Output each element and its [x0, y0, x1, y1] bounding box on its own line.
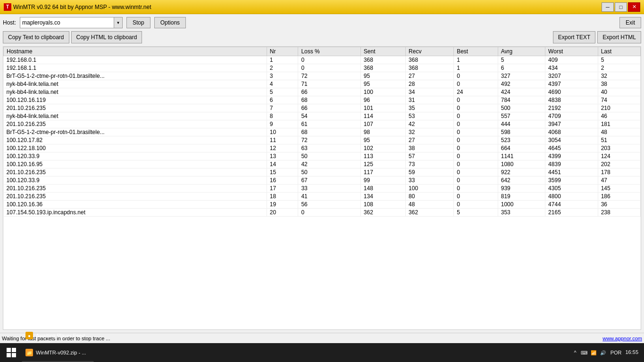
status-link[interactable]: www.appnor.com	[602, 336, 642, 341]
table-cell-2-0: BrT-G5-1-2-ctme-pr-rotn-01.brasiltele...	[4, 72, 267, 80]
table-cell-12-4: 57	[406, 152, 454, 160]
traceroute-table: HostnameNrLoss %SentRecvBestAvrgWorstLas…	[3, 47, 641, 217]
volume-tray-icon[interactable]: 🔊	[599, 349, 607, 356]
table-cell-8-0: 201.10.216.235	[4, 120, 267, 128]
table-cell-4-2: 66	[298, 88, 360, 96]
copy-html-button[interactable]: Copy HTML to clipboard	[71, 31, 142, 43]
table-row[interactable]: BrT-G5-1-2-ctme-pr-rotn-01.brasiltele...…	[4, 128, 641, 136]
taskbar-clock[interactable]: 16:55	[625, 349, 638, 356]
table-cell-0-5: 1	[454, 56, 498, 64]
table-row[interactable]: 192.168.0.110368368154095	[4, 56, 641, 64]
taskbar-tray: ⌨ 📶 🔊	[580, 349, 607, 356]
table-cell-18-2: 56	[298, 201, 360, 209]
table-cell-18-6: 1000	[498, 201, 545, 209]
chrome-app-label: Awaiting Player Feed...	[36, 333, 89, 338]
table-cell-14-3: 117	[360, 168, 405, 177]
table-row[interactable]: 201.10.216.23518411348008194800186	[4, 193, 641, 201]
table-cell-15-6: 642	[498, 177, 545, 185]
table-row[interactable]: 192.168.1.120368368164342	[4, 64, 641, 72]
table-cell-11-4: 38	[406, 144, 454, 152]
table-cell-15-2: 67	[298, 177, 360, 185]
table-row[interactable]: nyk-bb4-link.telia.net854114530557470946	[4, 112, 641, 120]
export-html-button[interactable]: Export HTML	[597, 31, 641, 43]
header-row: HostnameNrLoss %SentRecvBestAvrgWorstLas…	[4, 47, 641, 56]
network-tray-icon[interactable]: 📶	[590, 349, 597, 356]
table-row[interactable]: 100.120.33.9166799330642359947	[4, 177, 641, 185]
close-button[interactable]: ✕	[628, 2, 640, 12]
exit-button[interactable]: Exit	[619, 17, 641, 28]
col-header-sent: Sent	[360, 47, 405, 56]
table-row[interactable]: 107.154.50.193.ip.incapdns.net2003623625…	[4, 209, 641, 217]
winmtr-zip-app[interactable]: 📁WinMTR-v092.zip - ...	[22, 344, 94, 361]
start-button[interactable]	[2, 344, 21, 361]
table-cell-11-6: 664	[498, 144, 545, 152]
table-row[interactable]: 100.120.33.9135011357011414399124	[4, 152, 641, 160]
keyboard-tray-icon[interactable]: ⌨	[580, 349, 588, 356]
table-header: HostnameNrLoss %SentRecvBestAvrgWorstLas…	[4, 47, 641, 56]
table-cell-14-4: 59	[406, 168, 454, 177]
restore-button[interactable]: □	[615, 2, 627, 12]
table-cell-17-7: 4800	[545, 193, 598, 201]
col-header-nr: Nr	[267, 47, 298, 56]
taskbar-apps: ●Awaiting Player Feed...📁WinMTR-v092.zip…	[22, 327, 94, 362]
host-input[interactable]	[20, 17, 114, 28]
table-cell-3-2: 71	[298, 80, 360, 88]
table-cell-13-5: 0	[454, 160, 498, 168]
table-cell-11-3: 102	[360, 144, 405, 152]
table-row[interactable]: 100.122.18.10012631023806644645203	[4, 144, 641, 152]
col-header-recv: Recv	[406, 47, 454, 56]
export-text-button[interactable]: Export TEXT	[553, 31, 595, 43]
table-row[interactable]: 100.120.16.3619561084801000474436	[4, 201, 641, 209]
table-row[interactable]: nyk-bb4-link.telia.net566100342442446904…	[4, 88, 641, 96]
table-cell-14-0: 201.10.216.235	[4, 168, 267, 177]
table-cell-19-3: 362	[360, 209, 405, 217]
table-cell-12-6: 1141	[498, 152, 545, 160]
start-icon	[7, 348, 16, 357]
table-row[interactable]: 100.120.16.11966896310784483874	[4, 96, 641, 104]
table-cell-2-5: 0	[454, 72, 498, 80]
table-row[interactable]: 201.10.216.2357661013505002192210	[4, 104, 641, 112]
table-row[interactable]: 201.10.216.23515501175909224451178	[4, 168, 641, 177]
table-cell-14-6: 922	[498, 168, 545, 177]
table-row[interactable]: 201.10.216.2359611074204443947181	[4, 120, 641, 128]
options-button[interactable]: Options	[154, 17, 186, 28]
table-row[interactable]: 201.10.216.235173314810009394305145	[4, 185, 641, 193]
main-content: Host: ▼ Stop Options Exit Copy Text to c…	[0, 14, 644, 333]
start-square-4	[12, 353, 16, 357]
table-cell-2-1: 3	[267, 72, 298, 80]
table-cell-18-4: 48	[406, 201, 454, 209]
stop-button[interactable]: Stop	[126, 17, 151, 28]
table-cell-13-7: 4839	[545, 160, 598, 168]
table-cell-15-5: 0	[454, 177, 498, 185]
table-cell-4-5: 24	[454, 88, 498, 96]
table-cell-10-2: 72	[298, 136, 360, 144]
table-row[interactable]: nyk-bb4-link.telia.net47195280492439738	[4, 80, 641, 88]
host-dropdown-arrow[interactable]: ▼	[114, 17, 123, 28]
tray-expand[interactable]: ^	[574, 350, 576, 355]
winmtr-zip-app-label: WinMTR-v092.zip - ...	[36, 350, 86, 355]
table-cell-18-0: 100.120.16.36	[4, 201, 267, 209]
table-cell-8-1: 9	[267, 120, 298, 128]
table-cell-17-2: 41	[298, 193, 360, 201]
table-row[interactable]: 100.120.16.95144212573010804839202	[4, 160, 641, 168]
table-cell-9-6: 598	[498, 128, 545, 136]
table-cell-9-3: 98	[360, 128, 405, 136]
table-cell-8-5: 0	[454, 120, 498, 128]
table-cell-13-2: 42	[298, 160, 360, 168]
table-cell-10-3: 95	[360, 136, 405, 144]
table-cell-13-4: 73	[406, 160, 454, 168]
table-cell-7-3: 114	[360, 112, 405, 120]
table-cell-11-5: 0	[454, 144, 498, 152]
table-row[interactable]: BrT-G5-1-2-ctme-pr-rotn-01.brasiltele...…	[4, 72, 641, 80]
table-cell-6-1: 7	[267, 104, 298, 112]
copy-text-button[interactable]: Copy Text to clipboard	[3, 31, 69, 43]
chrome-app[interactable]: ●Awaiting Player Feed...	[22, 327, 94, 344]
action-bar-left: Copy Text to clipboard Copy HTML to clip…	[3, 31, 142, 43]
minimize-button[interactable]: ─	[602, 2, 614, 12]
table-row[interactable]: 100.120.17.82117295270523305451	[4, 136, 641, 144]
table-cell-10-8: 51	[598, 136, 640, 144]
table-cell-6-0: 201.10.216.235	[4, 104, 267, 112]
table-cell-17-0: 201.10.216.235	[4, 193, 267, 201]
table-cell-7-0: nyk-bb4-link.telia.net	[4, 112, 267, 120]
table-cell-16-6: 939	[498, 185, 545, 193]
